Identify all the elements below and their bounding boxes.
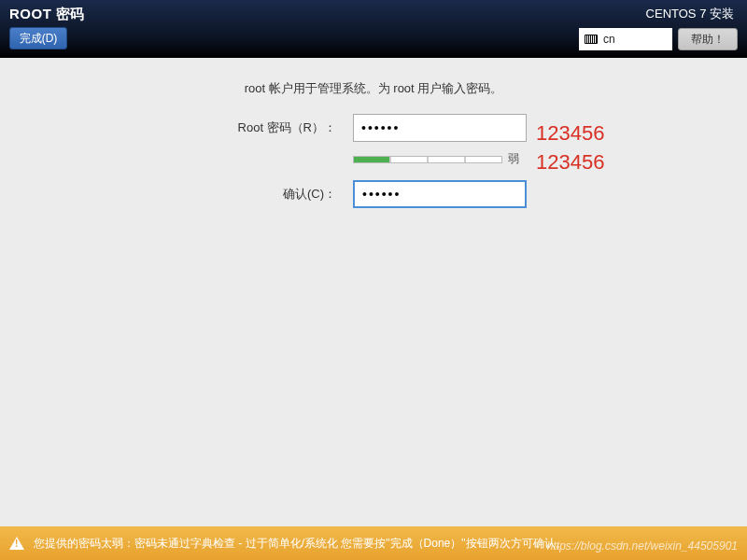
warning-icon <box>9 537 24 550</box>
strength-text: 弱 <box>508 151 527 167</box>
page-title: ROOT 密码 <box>9 6 85 23</box>
topbar-left: ROOT 密码 完成(D) <box>9 6 85 58</box>
overlay-annotations: 123456 123456 <box>536 119 604 177</box>
confirm-row: 确认(C)： <box>37 180 710 208</box>
confirm-password-input[interactable] <box>353 180 527 208</box>
strength-fill <box>354 157 389 162</box>
lang-code: cn <box>603 33 615 46</box>
help-button[interactable]: 帮助！ <box>678 28 738 50</box>
annotation-line-2: 123456 <box>536 148 604 177</box>
root-password-input[interactable] <box>353 114 527 142</box>
warning-text: 您提供的密码太弱：密码未通过字典检查 - 过于简单化/系统化 您需要按"完成（D… <box>34 536 567 552</box>
annotation-line-1: 123456 <box>536 119 604 148</box>
strength-row: 弱 <box>170 151 710 167</box>
instruction-text: root 帐户用于管理系统。为 root 用户输入密码。 <box>37 80 710 97</box>
password-row: Root 密码（R）： <box>37 114 710 142</box>
installer-title: CENTOS 7 安装 <box>646 6 738 22</box>
password-strength-meter <box>353 156 502 163</box>
topbar-right: CENTOS 7 安装 cn 帮助！ <box>579 6 738 58</box>
password-label: Root 密码（R）： <box>220 119 342 136</box>
done-button[interactable]: 完成(D) <box>9 27 67 49</box>
watermark: https://blog.csdn.net/weixin_44505901 <box>547 539 738 553</box>
keyboard-layout-selector[interactable]: cn <box>579 28 672 50</box>
topbar: ROOT 密码 完成(D) CENTOS 7 安装 cn 帮助！ <box>0 0 747 58</box>
confirm-label: 确认(C)： <box>220 186 342 203</box>
content-area: root 帐户用于管理系统。为 root 用户输入密码。 Root 密码（R）：… <box>0 58 747 240</box>
keyboard-icon <box>585 35 598 44</box>
